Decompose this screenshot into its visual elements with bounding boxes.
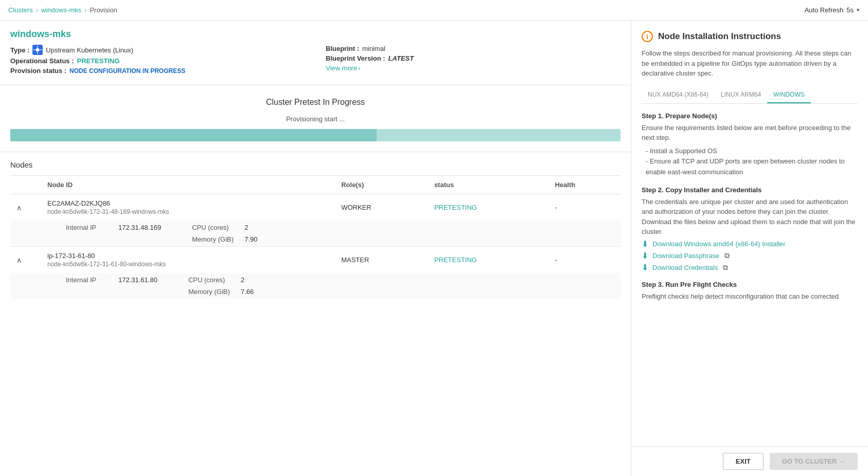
col-status: status — [428, 176, 549, 194]
blueprint-value: minimal — [362, 45, 385, 52]
copy-icon[interactable]: ⧉ — [724, 251, 730, 260]
step-1: Step 1. Prepare Node(s)Ensure the requir… — [642, 112, 858, 178]
node-id-main: EC2AMAZ-D2KJQ86 — [47, 199, 329, 207]
tab-windows[interactable]: WINDOWS — [767, 87, 811, 103]
instruction-desc: Follow the steps described for manual pr… — [642, 48, 858, 79]
type-value: Upstream Kubernetes (Linux) — [46, 46, 133, 54]
goto-cluster-button[interactable]: GO TO CLUSTER → — [770, 453, 858, 470]
table-row: ∧ EC2AMAZ-D2KJQ86 node-kn5dw6k-172-31-48… — [10, 194, 621, 221]
download-link-2[interactable]: ⬇ Download Credentials ⧉ — [642, 263, 858, 272]
provision-status-value: NODE CONFIGURATION IN PROGRESS — [69, 67, 185, 75]
node-role: WORKER — [335, 194, 428, 221]
node-id-sub: node-kn5dw6k-172-31-48-169-windows-mks — [47, 208, 329, 215]
expand-button[interactable]: ∧ — [16, 256, 22, 264]
nodes-section: Nodes Node ID Role(s) status Health ∧ EC… — [0, 152, 631, 307]
cpu-label: CPU (cores) — [192, 224, 238, 231]
provision-status-row: Provision status : NODE CONFIGURATION IN… — [10, 67, 305, 75]
view-more-label: View more — [326, 64, 357, 72]
node-detail-row: Internal IP 172.31.48.169 CPU (cores) 2 … — [10, 221, 621, 247]
step-title: Step 3. Run Pre Flight Checks — [642, 281, 858, 288]
download-icon: ⬇ — [642, 239, 648, 249]
download-link-1[interactable]: ⬇ Download Passphrase ⧉ — [642, 251, 858, 261]
expand-button[interactable]: ∧ — [16, 204, 22, 212]
blueprint-row: Blueprint : minimal — [326, 45, 621, 52]
blueprint-version-row: Blueprint Version : LATEST — [326, 54, 621, 62]
cluster-header: windows-mks Type : U — [0, 21, 631, 85]
steps-container: Step 1. Prepare Node(s)Ensure the requir… — [642, 112, 858, 302]
top-bar: Clusters › windows-mks › Provision Auto … — [0, 0, 868, 21]
internal-ip-label: Internal IP — [66, 224, 112, 231]
download-label: Download Credentials — [652, 264, 718, 271]
step-2: Step 2. Copy Installer and CredentialsTh… — [642, 186, 858, 272]
breadcrumb-sep1: › — [36, 6, 38, 14]
col-node-id: Node ID — [41, 176, 335, 194]
cluster-name: windows-mks — [10, 29, 621, 40]
main-layout: windows-mks Type : U — [0, 21, 868, 476]
step-desc: Preflight checks help detect misconfigur… — [642, 291, 858, 302]
node-detail-grid: Internal IP 172.31.61.80 CPU (cores) 2 M… — [66, 276, 614, 296]
memory-value: 7.66 — [241, 288, 254, 296]
chevron-down-icon: ▾ — [857, 7, 860, 13]
breadcrumb-current: Provision — [90, 6, 117, 14]
operational-status-label: Operational Status : — [10, 57, 74, 65]
cpu-value: 2 — [244, 224, 248, 231]
instruction-title: Node Installation Instructions — [658, 31, 781, 42]
download-icon: ⬇ — [642, 263, 648, 272]
step-desc: The credentials are unique per cluster a… — [642, 197, 858, 237]
info-icon: i — [642, 31, 653, 42]
auto-refresh-value: 5s — [846, 6, 854, 14]
internal-ip-value: 172.31.61.80 — [118, 276, 157, 284]
list-item: - Ensure all TCP and UDP ports are open … — [646, 156, 858, 178]
progress-bar-container — [10, 129, 621, 141]
download-label: Download Windows amd64 (x86-64) Installe… — [652, 240, 786, 248]
step-desc: Ensure the requirements listed below are… — [642, 123, 858, 143]
pretest-section: Cluster Pretest In Progress Provisioning… — [0, 85, 631, 152]
node-status: PRETESTING — [428, 247, 549, 273]
step-title: Step 1. Prepare Node(s) — [642, 112, 858, 120]
download-link-0[interactable]: ⬇ Download Windows amd64 (x86-64) Instal… — [642, 239, 858, 249]
provision-status-label: Provision status : — [10, 67, 66, 75]
node-id-sub: node-kn5dw6k-172-31-61-80-windows-mks — [47, 261, 329, 268]
col-health: Health — [548, 176, 621, 194]
node-health: - — [548, 247, 621, 273]
memory-label: Memory (GiB) — [188, 288, 235, 296]
tab-linux-arm64[interactable]: LINUX ARM64 — [715, 87, 767, 103]
memory-value: 7.90 — [244, 235, 257, 243]
instruction-header: i Node Installation Instructions — [642, 31, 858, 42]
blueprint-version-label: Blueprint Version : — [326, 54, 385, 62]
internal-ip-value: 172.31.48.169 — [118, 224, 161, 231]
breadcrumb: Clusters › windows-mks › Provision — [8, 6, 117, 14]
node-detail-grid: Internal IP 172.31.48.169 CPU (cores) 2 … — [66, 224, 614, 243]
type-row: Type : Upstream Kubernetes (Linux) — [10, 45, 305, 55]
breadcrumb-clusters[interactable]: Clusters — [8, 6, 33, 14]
exit-button[interactable]: EXIT — [723, 453, 764, 470]
k8s-icon — [32, 45, 43, 55]
blueprint-version-value: LATEST — [388, 54, 414, 62]
progress-bar-fill — [10, 129, 377, 141]
svg-point-1 — [36, 48, 40, 52]
view-more-link[interactable]: View more › — [326, 64, 621, 72]
left-panel: windows-mks Type : U — [0, 21, 631, 476]
breadcrumb-cluster-name[interactable]: windows-mks — [41, 6, 81, 14]
nodes-table: Node ID Role(s) status Health ∧ EC2AMAZ-… — [10, 175, 621, 299]
node-health: - — [548, 194, 621, 221]
step-3: Step 3. Run Pre Flight ChecksPreflight c… — [642, 281, 858, 302]
tab-bar: NUX AMD64 (X86-64)LINUX ARM64WINDOWS — [642, 87, 858, 104]
auto-refresh-control[interactable]: Auto Refresh 5s ▾ — [804, 6, 860, 14]
node-role: MASTER — [335, 247, 428, 273]
tab-nux-amd64-x86-64[interactable]: NUX AMD64 (X86-64) — [642, 87, 715, 103]
auto-refresh-label: Auto Refresh — [804, 6, 843, 14]
node-status: PRETESTING — [428, 194, 549, 221]
node-id-main: ip-172-31-61-80 — [47, 252, 329, 260]
nodes-title: Nodes — [10, 160, 621, 169]
view-more-arrow-icon: › — [358, 64, 360, 72]
pretest-status: Provisioning start ... — [10, 115, 621, 123]
copy-icon[interactable]: ⧉ — [723, 263, 728, 272]
step-title: Step 2. Copy Installer and Credentials — [642, 186, 858, 194]
download-icon: ⬇ — [642, 251, 648, 261]
col-expand — [10, 176, 41, 194]
step-list: - Install a Supported OS- Ensure all TCP… — [646, 146, 858, 178]
internal-ip-label: Internal IP — [66, 276, 112, 284]
blueprint-label: Blueprint : — [326, 45, 359, 52]
memory-label: Memory (GiB) — [192, 235, 238, 243]
